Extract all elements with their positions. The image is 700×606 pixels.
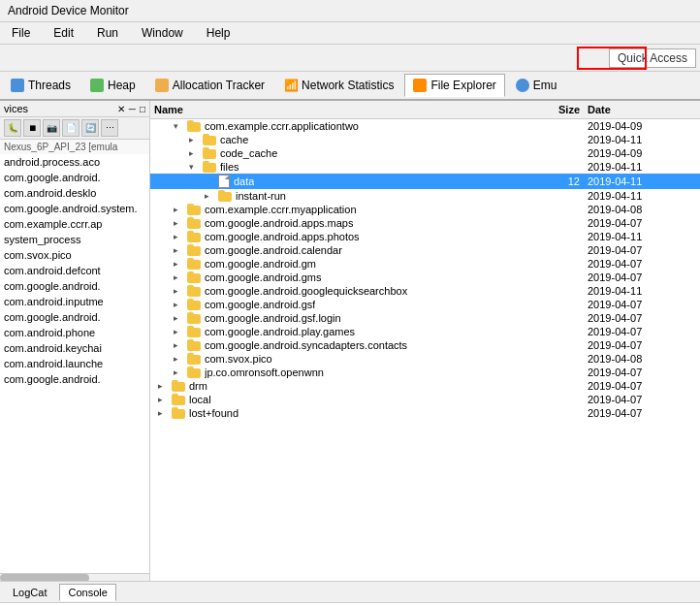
process-item[interactable]: com.google.android.: [0, 278, 149, 294]
file-row[interactable]: data122019-04-11: [150, 174, 700, 189]
file-date-cell: 2019-04-08: [584, 353, 700, 365]
file-date-cell: 2019-04-07: [584, 271, 700, 283]
tab-file-explorer[interactable]: File Explorer: [404, 74, 504, 97]
sidebar-close-icon[interactable]: ✕: [117, 104, 125, 114]
process-item[interactable]: com.example.ccrr.ap: [0, 216, 149, 232]
process-item[interactable]: com.android.desklo: [0, 185, 149, 201]
menu-run[interactable]: Run: [93, 24, 122, 42]
expand-icon[interactable]: ▸: [174, 205, 183, 214]
file-name-text: data: [234, 175, 254, 187]
expand-icon[interactable]: ▸: [158, 395, 168, 404]
process-item[interactable]: com.android.launche: [0, 356, 149, 371]
file-row[interactable]: ▸com.google.android.play.games2019-04-07: [150, 325, 700, 338]
more-btn[interactable]: ⋯: [101, 119, 118, 137]
file-row[interactable]: ▾com.example.ccrr.applicationtwo2019-04-…: [150, 119, 700, 133]
file-row[interactable]: ▸com.svox.pico2019-04-08: [150, 352, 700, 366]
sidebar-max-icon[interactable]: □: [140, 104, 145, 114]
tab-emu-label: Emu: [533, 79, 557, 92]
file-explorer-icon: [413, 79, 427, 92]
menu-file[interactable]: File: [8, 24, 34, 42]
col-date-header: Date: [584, 103, 700, 116]
expand-icon[interactable]: ▸: [174, 313, 183, 323]
screen-btn[interactable]: 📷: [43, 119, 60, 137]
file-row[interactable]: ▸com.google.android.googlequicksearchbox…: [150, 284, 700, 298]
tab-heap[interactable]: Heap: [81, 74, 144, 97]
expand-icon[interactable]: ▸: [205, 191, 214, 201]
process-item[interactable]: com.android.keychai: [0, 340, 149, 356]
process-item[interactable]: com.google.android.: [0, 170, 149, 185]
menu-help[interactable]: Help: [203, 24, 235, 42]
update-btn[interactable]: 🔄: [81, 119, 99, 137]
expand-icon[interactable]: ▸: [158, 381, 168, 391]
menu-window[interactable]: Window: [138, 24, 187, 42]
expand-icon[interactable]: ▸: [174, 286, 183, 296]
file-date-cell: 2019-04-11: [584, 285, 700, 297]
file-row[interactable]: ▸com.google.android.gms2019-04-07: [150, 271, 700, 284]
file-date-cell: 2019-04-11: [584, 161, 700, 173]
file-row[interactable]: ▸com.google.android.syncadapters.contact…: [150, 338, 700, 352]
expand-icon[interactable]: ▾: [189, 162, 199, 172]
expand-icon[interactable]: ▸: [174, 340, 183, 350]
file-row[interactable]: ▸com.google.android.gsf2019-04-07: [150, 298, 700, 311]
file-row[interactable]: ▸com.google.android.apps.maps2019-04-07: [150, 216, 700, 230]
file-row[interactable]: ▸cache2019-04-11: [150, 133, 700, 146]
sidebar-scrollbar[interactable]: [0, 573, 149, 581]
file-date-cell: 2019-04-07: [584, 258, 700, 270]
process-item[interactable]: android.process.aco: [0, 154, 149, 170]
expand-icon[interactable]: ▸: [174, 232, 183, 241]
expand-icon[interactable]: ▾: [174, 121, 183, 131]
device-label: Nexus_6P_API_23 [emula: [0, 140, 149, 154]
file-row[interactable]: ▸com.example.ccrr.myapplication2019-04-0…: [150, 203, 700, 216]
file-row[interactable]: ▾files2019-04-11: [150, 160, 700, 174]
expand-icon[interactable]: ▸: [174, 218, 183, 228]
file-row[interactable]: ▸lost+found2019-04-07: [150, 406, 700, 420]
expand-icon[interactable]: ▸: [158, 408, 168, 418]
folder-icon: [187, 204, 201, 215]
menu-edit[interactable]: Edit: [49, 24, 78, 42]
dump-btn[interactable]: 📄: [62, 119, 80, 137]
file-name-text: jp.co.omronsoft.openwnn: [205, 367, 324, 378]
file-row[interactable]: ▸drm2019-04-07: [150, 379, 700, 393]
file-row[interactable]: ▸code_cache2019-04-09: [150, 146, 700, 160]
process-item[interactable]: com.android.inputme: [0, 294, 149, 309]
file-date-cell: 2019-04-07: [584, 312, 700, 324]
file-name-text: code_cache: [220, 147, 277, 159]
process-com-android-phone[interactable]: com.android.phone: [0, 325, 149, 340]
file-row[interactable]: ▸local2019-04-07: [150, 393, 700, 406]
debug-btn[interactable]: 🐛: [4, 119, 21, 137]
sidebar-min-icon[interactable]: ─: [129, 104, 136, 114]
file-row[interactable]: ▸instant-run2019-04-11: [150, 189, 700, 203]
expand-icon[interactable]: ▸: [174, 327, 183, 336]
tab-threads[interactable]: Threads: [2, 74, 80, 97]
expand-icon[interactable]: ▸: [174, 272, 183, 282]
process-item[interactable]: com.google.android.system.: [0, 201, 149, 216]
expand-icon[interactable]: ▸: [189, 135, 199, 144]
file-row[interactable]: ▸com.google.android.calendar2019-04-07: [150, 243, 700, 257]
file-row[interactable]: ▸com.google.android.gsf.login2019-04-07: [150, 311, 700, 325]
sidebar-header-icons: ✕ ─ □: [117, 104, 145, 114]
file-row[interactable]: ▸com.google.android.gm2019-04-07: [150, 257, 700, 271]
process-item[interactable]: system_process: [0, 232, 149, 247]
tab-threads-label: Threads: [28, 79, 71, 92]
file-row[interactable]: ▸com.google.android.apps.photos2019-04-1…: [150, 230, 700, 243]
sidebar-header: vices ✕ ─ □: [0, 101, 149, 117]
file-name-text: com.google.android.apps.maps: [205, 217, 353, 229]
tab-console[interactable]: Console: [59, 584, 115, 601]
tab-network[interactable]: 📶 Network Statistics: [275, 74, 402, 97]
tab-allocation[interactable]: Allocation Tracker: [146, 74, 273, 97]
expand-icon[interactable]: ▸: [174, 367, 183, 377]
quick-access-label: Quick Access: [609, 48, 696, 68]
expand-icon[interactable]: ▸: [174, 354, 183, 364]
process-item[interactable]: com.android.defcont: [0, 263, 149, 278]
process-item[interactable]: com.google.android.: [0, 371, 149, 387]
expand-icon[interactable]: ▸: [174, 245, 183, 255]
tab-logcat[interactable]: LogCat: [4, 584, 55, 601]
expand-icon[interactable]: ▸: [189, 148, 199, 158]
process-item[interactable]: com.google.android.: [0, 309, 149, 325]
tab-emulator[interactable]: Emu: [507, 74, 566, 97]
expand-icon[interactable]: ▸: [174, 259, 183, 269]
stop-btn[interactable]: ⏹: [23, 119, 41, 137]
expand-icon[interactable]: ▸: [174, 300, 183, 309]
process-item[interactable]: com.svox.pico: [0, 247, 149, 263]
file-row[interactable]: ▸jp.co.omronsoft.openwnn2019-04-07: [150, 366, 700, 379]
